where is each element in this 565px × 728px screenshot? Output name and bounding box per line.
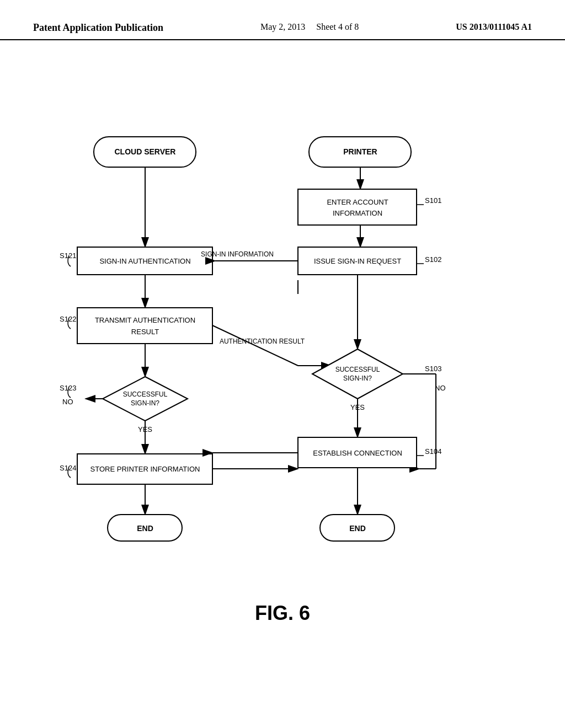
- svg-text:INFORMATION: INFORMATION: [333, 209, 382, 217]
- svg-text:S103: S103: [425, 365, 441, 373]
- svg-line-46: [212, 325, 298, 366]
- svg-text:TRANSMIT AUTHENTICATION: TRANSMIT AUTHENTICATION: [95, 316, 195, 324]
- publication-date: May 2, 2013: [260, 22, 305, 31]
- svg-text:S104: S104: [425, 447, 441, 456]
- svg-rect-10: [77, 308, 212, 344]
- svg-text:S102: S102: [425, 255, 441, 264]
- patent-number: US 2013/0111045 A1: [456, 22, 532, 32]
- page-header: Patent Application Publication May 2, 20…: [0, 0, 565, 40]
- publication-title: Patent Application Publication: [33, 22, 163, 34]
- svg-text:AUTHENTICATION RESULT: AUTHENTICATION RESULT: [220, 338, 305, 345]
- header-center: May 2, 2013 Sheet 4 of 8: [260, 22, 359, 32]
- svg-text:PRINTER: PRINTER: [343, 147, 377, 156]
- svg-text:ISSUE SIGN-IN REQUEST: ISSUE SIGN-IN REQUEST: [314, 257, 401, 265]
- svg-text:STORE PRINTER INFORMATION: STORE PRINTER INFORMATION: [90, 465, 200, 473]
- svg-rect-34: [298, 189, 417, 225]
- svg-text:NO: NO: [62, 398, 73, 406]
- svg-text:CLOUD SERVER: CLOUD SERVER: [115, 147, 176, 156]
- svg-text:SIGN-IN?: SIGN-IN?: [131, 399, 159, 407]
- svg-text:ENTER ACCOUNT: ENTER ACCOUNT: [327, 198, 388, 206]
- sheet-info: Sheet 4 of 8: [316, 22, 359, 31]
- svg-text:END: END: [137, 524, 153, 533]
- svg-text:SUCCESSFUL: SUCCESSFUL: [123, 390, 168, 398]
- svg-text:SIGN-IN?: SIGN-IN?: [343, 374, 372, 382]
- svg-text:SIGN-IN AUTHENTICATION: SIGN-IN AUTHENTICATION: [99, 257, 190, 265]
- figure-label: FIG. 6: [255, 602, 310, 625]
- svg-text:SIGN-IN INFORMATION: SIGN-IN INFORMATION: [201, 250, 274, 258]
- diagram-area: CLOUD SERVER S121 SIGN-IN AUTHENTICATION…: [0, 51, 565, 658]
- svg-text:END: END: [349, 524, 366, 533]
- svg-marker-51: [312, 349, 403, 399]
- flowchart-svg: CLOUD SERVER S121 SIGN-IN AUTHENTICATION…: [0, 51, 565, 575]
- svg-text:RESULT: RESULT: [131, 328, 159, 336]
- svg-text:ESTABLISH CONNECTION: ESTABLISH CONNECTION: [313, 449, 402, 457]
- svg-marker-16: [103, 377, 188, 421]
- svg-text:S101: S101: [425, 196, 441, 205]
- svg-text:SUCCESSFUL: SUCCESSFUL: [335, 366, 380, 373]
